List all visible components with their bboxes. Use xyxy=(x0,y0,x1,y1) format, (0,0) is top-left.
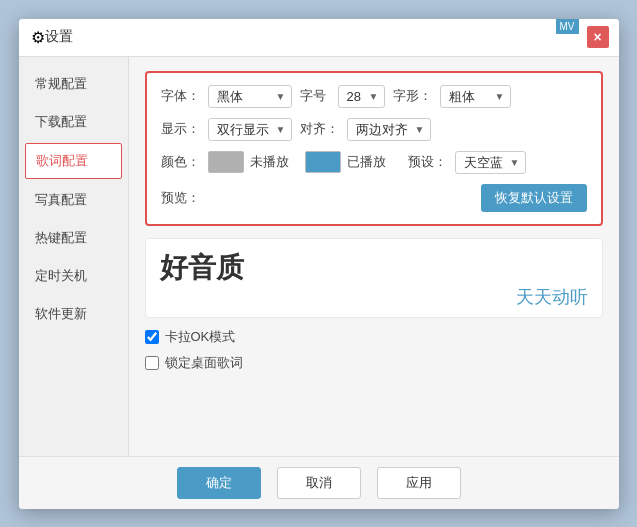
played-color-item: 已播放 xyxy=(305,151,386,173)
style-select[interactable]: 常规 粗体 斜体 粗斜体 xyxy=(440,85,511,108)
dialog-footer: 确定 取消 应用 xyxy=(19,456,619,509)
style-label: 字形： xyxy=(393,87,432,105)
lyrics-settings-box: 字体： 黑体 宋体 微软雅黑 楷体 ▼ 字号 20 xyxy=(145,71,603,226)
size-label: 字号 xyxy=(300,87,330,105)
lock-checkbox[interactable] xyxy=(145,356,159,370)
title-bar: ⚙ 设置 MV × xyxy=(19,19,619,57)
display-row: 显示： 单行显示 双行显示 ▼ 对齐： 左对齐 居中对齐 右对齐 xyxy=(161,118,587,141)
unplayed-color-item: 未播放 xyxy=(208,151,289,173)
font-label: 字体： xyxy=(161,87,200,105)
sidebar-item-timer[interactable]: 定时关机 xyxy=(19,257,128,295)
preview-main-text: 好音质 xyxy=(160,249,588,287)
font-select-wrapper: 黑体 宋体 微软雅黑 楷体 ▼ xyxy=(208,85,292,108)
gear-icon: ⚙ xyxy=(31,28,45,47)
sidebar-item-download[interactable]: 下载配置 xyxy=(19,103,128,141)
dialog-title: 设置 xyxy=(45,28,73,46)
display-select[interactable]: 单行显示 双行显示 xyxy=(208,118,292,141)
settings-dialog: ⚙ 设置 MV × 常规配置 下载配置 歌词配置 写真配置 热键配置 定时关机 xyxy=(19,19,619,509)
align-label: 对齐： xyxy=(300,120,339,138)
karaoke-label: 卡拉OK模式 xyxy=(165,328,236,346)
sidebar-item-writeback[interactable]: 写真配置 xyxy=(19,181,128,219)
size-select[interactable]: 20 24 28 32 36 xyxy=(338,85,385,108)
display-select-wrapper: 单行显示 双行显示 ▼ xyxy=(208,118,292,141)
font-select[interactable]: 黑体 宋体 微软雅黑 楷体 xyxy=(208,85,292,108)
size-select-wrapper: 20 24 28 32 36 ▼ xyxy=(338,85,385,108)
close-button[interactable]: × xyxy=(587,26,609,48)
sidebar-item-hotkey[interactable]: 热键配置 xyxy=(19,219,128,257)
played-label: 已播放 xyxy=(347,153,386,171)
align-select-wrapper: 左对齐 居中对齐 右对齐 两边对齐 ▼ xyxy=(347,118,431,141)
played-color-swatch[interactable] xyxy=(305,151,341,173)
preset-label: 预设： xyxy=(408,153,447,171)
main-content: 字体： 黑体 宋体 微软雅黑 楷体 ▼ 字号 20 xyxy=(129,57,619,456)
preview-sub-text: 天天动听 xyxy=(516,285,588,309)
align-select[interactable]: 左对齐 居中对齐 右对齐 两边对齐 xyxy=(347,118,431,141)
restore-default-button[interactable]: 恢复默认设置 xyxy=(481,184,587,212)
cancel-button[interactable]: 取消 xyxy=(277,467,361,499)
karaoke-checkbox[interactable] xyxy=(145,330,159,344)
font-row: 字体： 黑体 宋体 微软雅黑 楷体 ▼ 字号 20 xyxy=(161,85,587,108)
style-select-wrapper: 常规 粗体 斜体 粗斜体 ▼ xyxy=(440,85,511,108)
apply-button[interactable]: 应用 xyxy=(377,467,461,499)
dialog-body: 常规配置 下载配置 歌词配置 写真配置 热键配置 定时关机 软件更新 xyxy=(19,57,619,456)
sidebar-item-lyrics[interactable]: 歌词配置 xyxy=(25,143,122,179)
sidebar-item-update[interactable]: 软件更新 xyxy=(19,295,128,333)
karaoke-row: 卡拉OK模式 xyxy=(145,328,603,346)
sidebar-item-general[interactable]: 常规配置 xyxy=(19,65,128,103)
display-label: 显示： xyxy=(161,120,200,138)
lock-row: 锁定桌面歌词 xyxy=(145,354,603,372)
unplayed-color-swatch[interactable] xyxy=(208,151,244,173)
color-label: 颜色： xyxy=(161,153,200,171)
preset-select[interactable]: 天空蓝 经典红 翠绿 紫色 xyxy=(455,151,526,174)
preview-area: 好音质 天天动听 xyxy=(145,238,603,318)
preset-select-wrapper: 天空蓝 经典红 翠绿 紫色 ▼ xyxy=(455,151,526,174)
lock-label: 锁定桌面歌词 xyxy=(165,354,243,372)
color-row: 颜色： 未播放 已播放 预设： 天空蓝 经典红 翠绿 xyxy=(161,151,587,174)
mv-label: MV xyxy=(556,19,579,34)
preview-label: 预览： xyxy=(161,189,200,207)
unplayed-label: 未播放 xyxy=(250,153,289,171)
preview-label-row: 预览： 恢复默认设置 xyxy=(161,184,587,212)
confirm-button[interactable]: 确定 xyxy=(177,467,261,499)
sidebar: 常规配置 下载配置 歌词配置 写真配置 热键配置 定时关机 软件更新 xyxy=(19,57,129,456)
